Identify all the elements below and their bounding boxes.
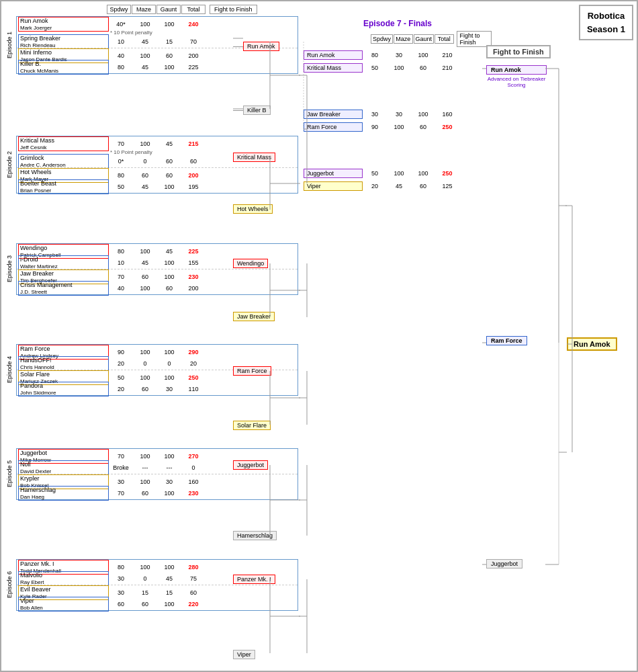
ep2-r3-s1: 80 <box>109 172 133 179</box>
finals-runAmok-s3: 100 <box>411 52 435 58</box>
r2-viper-label: Viper <box>233 650 255 659</box>
finals-jawBreaker-row: Jaw Breaker 30 30 100 160 <box>304 110 492 119</box>
ep2-r2-name: GrimlockAndre C. Anderson <box>18 154 109 169</box>
ep2-r1-s1: 70 <box>109 140 133 147</box>
finals-runAmok-total: 210 <box>435 52 459 58</box>
ep5-match2: KryplerBob Knissel 30 100 30 160 Hamersc… <box>17 474 298 499</box>
ep1-r1-name: Run AmokMark Joerger <box>18 17 109 32</box>
ep3-r1-s1: 80 <box>109 248 133 255</box>
ep1-r1-s1: 40* <box>109 21 133 28</box>
ep4-r4-s2: 60 <box>133 386 157 392</box>
finals-juggerbot-s3: 100 <box>411 170 435 177</box>
finals-juggerbot-s1: 50 <box>363 170 387 177</box>
ep5-r1-s3: 100 <box>157 453 181 460</box>
ep6-r2-s2: 0 <box>133 575 157 582</box>
ep5-r3-s1: 30 <box>109 478 133 485</box>
ep2-r3-s3: 60 <box>157 172 181 179</box>
fight-to-finish-label: Fight to Finish <box>486 45 551 58</box>
finals-viper-name: Viper <box>304 181 363 191</box>
episode-2-block: Episode 2 Kritical MassJeff Cesnik 70 10… <box>16 136 298 194</box>
ep5-r2-name: NollDavid Dexter <box>18 460 109 475</box>
ep5-r1-s1: 70 <box>109 453 133 460</box>
finals-runAmok-row: Run Amok 80 30 100 210 <box>304 50 492 60</box>
connector-line2 <box>233 110 243 111</box>
ep6-r1-s3: 100 <box>157 564 181 571</box>
semi-runAmok-label: Run Amok <box>486 65 547 75</box>
ep1-r1-s3: 100 <box>157 21 181 28</box>
r2-juggerbot-bracket: Juggerbot <box>233 460 268 470</box>
ep3-match2: Jaw BreakerTim Berghoefer 70 60 100 230 … <box>17 269 298 294</box>
semi-runAmok: Run Amok Advanced on Tiebreaker Scoring <box>486 65 547 88</box>
finals-h-gaunt: Gaunt <box>414 34 435 44</box>
ep1-r1-row: Run AmokMark Joerger 40* 100 100 240 <box>18 18 296 30</box>
ep5-r4-s2: 60 <box>133 490 157 497</box>
ep3-label: Episode 3 <box>3 244 15 294</box>
ep1-r4-total: 225 <box>181 64 206 71</box>
r2-wendingo-bracket: Wendingo <box>233 259 268 268</box>
ep5-r4-row: HamerschlagDan Haeg 70 60 100 230 <box>18 487 296 499</box>
champion-bracket: Run Amok <box>567 337 617 351</box>
finals-h-spdwy: Spdwy <box>371 34 393 44</box>
ep2-r4-s1: 50 <box>109 183 133 190</box>
ep3-r3-s3: 100 <box>157 274 181 280</box>
ep4-label: Episode 4 <box>3 345 15 395</box>
col-total: Total <box>181 5 206 14</box>
ep5-r1-total: 270 <box>181 453 206 460</box>
finals-jawBreaker-s1: 30 <box>363 111 387 118</box>
ep2-label: Episode 2 <box>3 136 15 193</box>
finals-runAmok-s1: 80 <box>363 52 387 58</box>
ep5-r2-s3: --- <box>157 464 181 471</box>
ep1-r3-s1: 40 <box>109 52 133 59</box>
finals-viper-s1: 20 <box>363 183 387 190</box>
finals-jawBreaker-s2: 30 <box>387 111 411 118</box>
r2-hamerschlag-label: Hamerschlag <box>233 531 277 540</box>
col-spdwy: Spdwy <box>107 5 131 14</box>
tiebreaker-note: Advanced on Tiebreaker Scoring <box>486 76 547 88</box>
ep6-r1-s2: 100 <box>133 564 157 571</box>
r2-kritical-label: Kritical Mass <box>233 153 275 162</box>
ep1-r2-s3: 15 <box>157 38 181 45</box>
ep4-r4-s1: 20 <box>109 386 133 392</box>
ep4-r3-s1: 50 <box>109 374 133 381</box>
semi-juggerbot-label: Juggerbot <box>486 559 522 569</box>
ep5-r2-s2: --- <box>133 464 157 471</box>
finals-ramForce-total: 250 <box>435 124 459 130</box>
ep2-r1-s3: 45 <box>157 140 181 147</box>
r2-runAmok-bracket: Run Amok <box>233 42 279 51</box>
ep1-r4-s3: 100 <box>157 64 181 71</box>
ep2-r2-s1: 0* <box>109 158 133 165</box>
ep6-r2-total: 75 <box>181 575 206 582</box>
title-box: Robotica Season 1 <box>579 5 633 40</box>
ep1-r3-s2: 100 <box>133 52 157 59</box>
episode-3-block: Episode 3 WendingoPatrick Campbell 80 10… <box>16 243 298 295</box>
finals-ramForce-s2: 100 <box>387 124 411 130</box>
ep1-r4-s1: 80 <box>109 64 133 71</box>
ep1-r4-name: Killer B.Chuck McManis <box>18 60 109 75</box>
ep4-r3-s3: 100 <box>157 374 181 381</box>
finals-viper-s3: 60 <box>411 183 435 190</box>
ep6-r1-s1: 80 <box>109 564 133 571</box>
ep3-r4-row: Crisis ManagementJ.D. Streett 40 100 60 … <box>18 282 296 294</box>
ep2-r1-row: Kritical MassJeff Cesnik 70 100 45 215 <box>18 138 296 149</box>
ep3-r1-s2: 100 <box>133 248 157 255</box>
ep5-r2-total: 0 <box>181 464 206 471</box>
ep2-r2-s3: 60 <box>157 158 181 165</box>
ep1-r1-s2: 100 <box>133 21 157 28</box>
finals-juggerbot-s2: 100 <box>387 170 411 177</box>
ep1-r2-total: 70 <box>181 38 206 45</box>
r2-hotwheels-label: Hot Wheels <box>233 204 273 214</box>
ep6-r2-s1: 30 <box>109 575 133 582</box>
ep4-r1-total: 290 <box>181 349 206 355</box>
ep3-r4-s2: 100 <box>133 285 157 292</box>
ep1-r3-total: 200 <box>181 52 206 59</box>
ep5-r2-s1: Broke <box>109 464 133 471</box>
finals-kritical-row: Kritical Mass 50 100 60 210 <box>304 63 492 73</box>
ep5-r4-total: 230 <box>181 490 206 497</box>
episode-5-block: Episode 5 JuggerbotMike Morrow 70 100 10… <box>16 448 298 500</box>
finals-ramForce-s3: 60 <box>411 124 435 130</box>
r2-solarflare-label: Solar Flare <box>233 421 271 430</box>
col-gaunt: Gaunt <box>156 5 181 14</box>
finals-viper-total: 125 <box>435 183 459 190</box>
ep3-r4-total: 200 <box>181 285 206 292</box>
ep4-r1-s2: 100 <box>133 349 157 355</box>
